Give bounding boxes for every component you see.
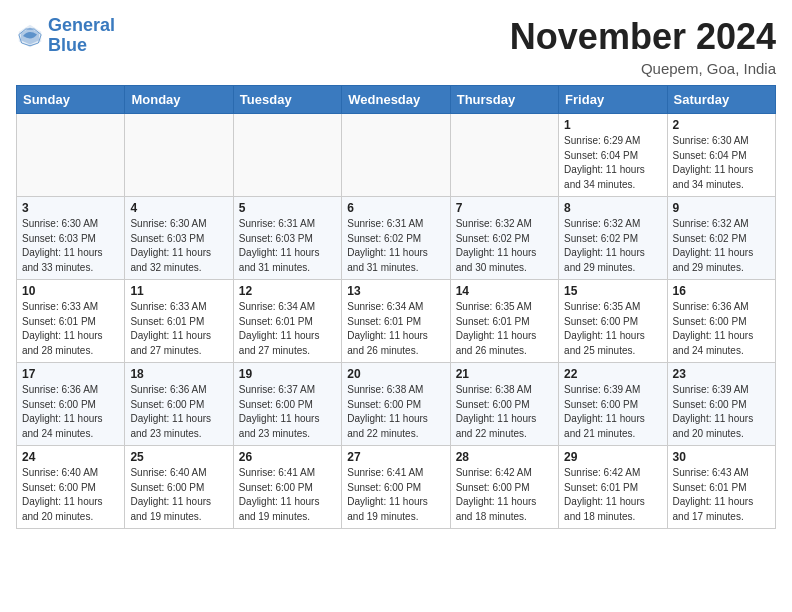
day-number: 23 [673, 367, 770, 381]
calendar-day-cell: 25Sunrise: 6:40 AM Sunset: 6:00 PM Dayli… [125, 446, 233, 529]
calendar-day-cell: 10Sunrise: 6:33 AM Sunset: 6:01 PM Dayli… [17, 280, 125, 363]
day-info: Sunrise: 6:39 AM Sunset: 6:00 PM Dayligh… [673, 383, 770, 441]
day-number: 21 [456, 367, 553, 381]
day-number: 5 [239, 201, 336, 215]
calendar-day-cell [233, 114, 341, 197]
day-info: Sunrise: 6:38 AM Sunset: 6:00 PM Dayligh… [347, 383, 444, 441]
day-info: Sunrise: 6:41 AM Sunset: 6:00 PM Dayligh… [347, 466, 444, 524]
calendar-day-cell [17, 114, 125, 197]
day-number: 18 [130, 367, 227, 381]
day-info: Sunrise: 6:34 AM Sunset: 6:01 PM Dayligh… [347, 300, 444, 358]
day-info: Sunrise: 6:29 AM Sunset: 6:04 PM Dayligh… [564, 134, 661, 192]
calendar-day-cell: 16Sunrise: 6:36 AM Sunset: 6:00 PM Dayli… [667, 280, 775, 363]
day-info: Sunrise: 6:30 AM Sunset: 6:04 PM Dayligh… [673, 134, 770, 192]
day-number: 30 [673, 450, 770, 464]
calendar-day-cell: 3Sunrise: 6:30 AM Sunset: 6:03 PM Daylig… [17, 197, 125, 280]
day-info: Sunrise: 6:36 AM Sunset: 6:00 PM Dayligh… [130, 383, 227, 441]
day-number: 12 [239, 284, 336, 298]
calendar-day-cell: 1Sunrise: 6:29 AM Sunset: 6:04 PM Daylig… [559, 114, 667, 197]
calendar-day-cell: 6Sunrise: 6:31 AM Sunset: 6:02 PM Daylig… [342, 197, 450, 280]
calendar-day-cell: 20Sunrise: 6:38 AM Sunset: 6:00 PM Dayli… [342, 363, 450, 446]
day-number: 9 [673, 201, 770, 215]
day-info: Sunrise: 6:35 AM Sunset: 6:01 PM Dayligh… [456, 300, 553, 358]
calendar-day-cell: 22Sunrise: 6:39 AM Sunset: 6:00 PM Dayli… [559, 363, 667, 446]
day-number: 16 [673, 284, 770, 298]
calendar-day-cell [125, 114, 233, 197]
logo: GeneralBlue [16, 16, 115, 56]
month-title: November 2024 [510, 16, 776, 58]
day-info: Sunrise: 6:38 AM Sunset: 6:00 PM Dayligh… [456, 383, 553, 441]
day-number: 26 [239, 450, 336, 464]
calendar-day-cell: 5Sunrise: 6:31 AM Sunset: 6:03 PM Daylig… [233, 197, 341, 280]
logo-text: GeneralBlue [48, 16, 115, 56]
weekday-header: Sunday [17, 86, 125, 114]
day-info: Sunrise: 6:33 AM Sunset: 6:01 PM Dayligh… [130, 300, 227, 358]
day-number: 24 [22, 450, 119, 464]
day-info: Sunrise: 6:41 AM Sunset: 6:00 PM Dayligh… [239, 466, 336, 524]
calendar-day-cell: 26Sunrise: 6:41 AM Sunset: 6:00 PM Dayli… [233, 446, 341, 529]
day-number: 29 [564, 450, 661, 464]
logo-icon [16, 22, 44, 50]
calendar-day-cell [342, 114, 450, 197]
day-number: 19 [239, 367, 336, 381]
calendar-week-row: 24Sunrise: 6:40 AM Sunset: 6:00 PM Dayli… [17, 446, 776, 529]
title-block: November 2024 Quepem, Goa, India [510, 16, 776, 77]
day-info: Sunrise: 6:39 AM Sunset: 6:00 PM Dayligh… [564, 383, 661, 441]
calendar-day-cell: 9Sunrise: 6:32 AM Sunset: 6:02 PM Daylig… [667, 197, 775, 280]
calendar-day-cell: 19Sunrise: 6:37 AM Sunset: 6:00 PM Dayli… [233, 363, 341, 446]
calendar-day-cell: 24Sunrise: 6:40 AM Sunset: 6:00 PM Dayli… [17, 446, 125, 529]
calendar-day-cell: 27Sunrise: 6:41 AM Sunset: 6:00 PM Dayli… [342, 446, 450, 529]
day-info: Sunrise: 6:32 AM Sunset: 6:02 PM Dayligh… [564, 217, 661, 275]
day-info: Sunrise: 6:31 AM Sunset: 6:02 PM Dayligh… [347, 217, 444, 275]
calendar-day-cell: 7Sunrise: 6:32 AM Sunset: 6:02 PM Daylig… [450, 197, 558, 280]
day-info: Sunrise: 6:30 AM Sunset: 6:03 PM Dayligh… [22, 217, 119, 275]
calendar-day-cell: 23Sunrise: 6:39 AM Sunset: 6:00 PM Dayli… [667, 363, 775, 446]
calendar-day-cell: 13Sunrise: 6:34 AM Sunset: 6:01 PM Dayli… [342, 280, 450, 363]
calendar-week-row: 1Sunrise: 6:29 AM Sunset: 6:04 PM Daylig… [17, 114, 776, 197]
day-info: Sunrise: 6:43 AM Sunset: 6:01 PM Dayligh… [673, 466, 770, 524]
calendar-day-cell: 12Sunrise: 6:34 AM Sunset: 6:01 PM Dayli… [233, 280, 341, 363]
calendar-day-cell: 28Sunrise: 6:42 AM Sunset: 6:00 PM Dayli… [450, 446, 558, 529]
calendar-header-row: SundayMondayTuesdayWednesdayThursdayFrid… [17, 86, 776, 114]
calendar-day-cell: 29Sunrise: 6:42 AM Sunset: 6:01 PM Dayli… [559, 446, 667, 529]
day-info: Sunrise: 6:32 AM Sunset: 6:02 PM Dayligh… [673, 217, 770, 275]
calendar-day-cell: 15Sunrise: 6:35 AM Sunset: 6:00 PM Dayli… [559, 280, 667, 363]
weekday-header: Tuesday [233, 86, 341, 114]
weekday-header: Thursday [450, 86, 558, 114]
day-number: 28 [456, 450, 553, 464]
calendar-day-cell: 8Sunrise: 6:32 AM Sunset: 6:02 PM Daylig… [559, 197, 667, 280]
day-info: Sunrise: 6:31 AM Sunset: 6:03 PM Dayligh… [239, 217, 336, 275]
weekday-header: Saturday [667, 86, 775, 114]
day-info: Sunrise: 6:35 AM Sunset: 6:00 PM Dayligh… [564, 300, 661, 358]
weekday-header: Wednesday [342, 86, 450, 114]
day-number: 4 [130, 201, 227, 215]
day-number: 1 [564, 118, 661, 132]
calendar-day-cell: 4Sunrise: 6:30 AM Sunset: 6:03 PM Daylig… [125, 197, 233, 280]
calendar-week-row: 17Sunrise: 6:36 AM Sunset: 6:00 PM Dayli… [17, 363, 776, 446]
weekday-header: Monday [125, 86, 233, 114]
day-info: Sunrise: 6:42 AM Sunset: 6:00 PM Dayligh… [456, 466, 553, 524]
calendar-day-cell [450, 114, 558, 197]
day-info: Sunrise: 6:37 AM Sunset: 6:00 PM Dayligh… [239, 383, 336, 441]
day-number: 10 [22, 284, 119, 298]
day-info: Sunrise: 6:33 AM Sunset: 6:01 PM Dayligh… [22, 300, 119, 358]
day-info: Sunrise: 6:40 AM Sunset: 6:00 PM Dayligh… [130, 466, 227, 524]
day-number: 6 [347, 201, 444, 215]
calendar-day-cell: 17Sunrise: 6:36 AM Sunset: 6:00 PM Dayli… [17, 363, 125, 446]
day-number: 14 [456, 284, 553, 298]
calendar-week-row: 3Sunrise: 6:30 AM Sunset: 6:03 PM Daylig… [17, 197, 776, 280]
day-number: 2 [673, 118, 770, 132]
day-number: 22 [564, 367, 661, 381]
day-number: 20 [347, 367, 444, 381]
day-info: Sunrise: 6:42 AM Sunset: 6:01 PM Dayligh… [564, 466, 661, 524]
location: Quepem, Goa, India [510, 60, 776, 77]
day-number: 13 [347, 284, 444, 298]
day-number: 25 [130, 450, 227, 464]
day-info: Sunrise: 6:34 AM Sunset: 6:01 PM Dayligh… [239, 300, 336, 358]
day-info: Sunrise: 6:32 AM Sunset: 6:02 PM Dayligh… [456, 217, 553, 275]
calendar-day-cell: 14Sunrise: 6:35 AM Sunset: 6:01 PM Dayli… [450, 280, 558, 363]
calendar-table: SundayMondayTuesdayWednesdayThursdayFrid… [16, 85, 776, 529]
calendar-day-cell: 11Sunrise: 6:33 AM Sunset: 6:01 PM Dayli… [125, 280, 233, 363]
weekday-header: Friday [559, 86, 667, 114]
day-number: 17 [22, 367, 119, 381]
